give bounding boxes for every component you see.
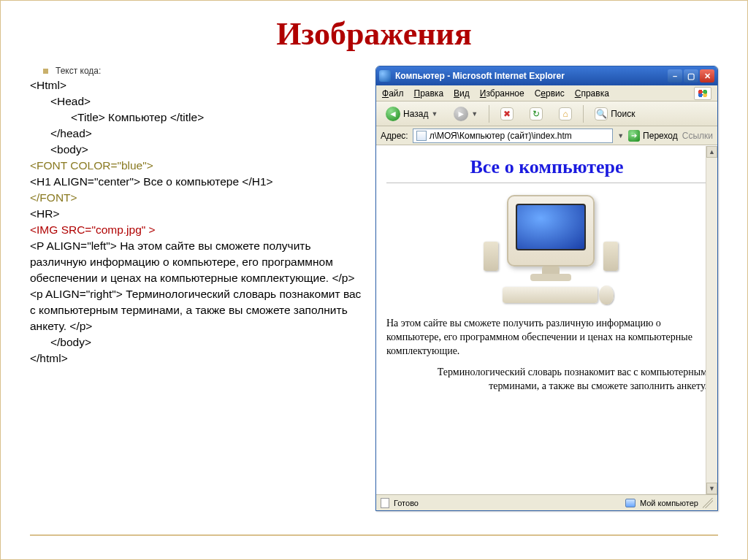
page-heading: Все о компьютере bbox=[386, 156, 707, 178]
computer-zone-icon bbox=[625, 499, 636, 507]
bullet-square-icon bbox=[43, 69, 48, 74]
search-button[interactable]: 🔍 Поиск bbox=[589, 104, 640, 123]
scroll-up-icon[interactable]: ▲ bbox=[706, 146, 717, 158]
code-line: <Html> bbox=[30, 77, 362, 93]
address-value: л\МОЯ\Компьютер (сайт)\index.htm bbox=[430, 131, 572, 141]
address-label: Адрес: bbox=[381, 131, 408, 141]
go-label: Переход bbox=[643, 131, 678, 141]
search-icon: 🔍 bbox=[595, 107, 608, 120]
slide-title: Изображения bbox=[30, 15, 718, 53]
code-line: <FONT COLOR="blue"> bbox=[30, 158, 362, 174]
toolbar: ◄ Назад ▼ ► ▼ ✖ ↻ ⌂ 🔍 Поиск bbox=[376, 101, 717, 126]
search-label: Поиск bbox=[611, 109, 635, 119]
address-input[interactable]: л\МОЯ\Компьютер (сайт)\index.htm bbox=[413, 129, 613, 143]
scrollbar[interactable]: ▲ ▼ bbox=[706, 146, 717, 494]
code-line: <IMG SRC="comp.jpg" > bbox=[30, 222, 362, 238]
status-zone: Мой компьютер bbox=[640, 499, 698, 507]
code-line: </html> bbox=[30, 350, 362, 367]
separator bbox=[489, 105, 489, 123]
scroll-down-icon[interactable]: ▼ bbox=[706, 483, 717, 494]
speaker-icon bbox=[603, 242, 618, 271]
page-viewport: Все о компьютере На этом сайте вы сможет… bbox=[376, 145, 717, 494]
close-button[interactable]: ✕ bbox=[700, 69, 714, 83]
forward-button[interactable]: ► ▼ bbox=[449, 104, 483, 124]
refresh-icon: ↻ bbox=[530, 107, 543, 120]
minimize-button[interactable]: – bbox=[668, 69, 682, 83]
menu-bar: Файл Правка Вид Избранное Сервис Справка bbox=[376, 85, 717, 101]
window-buttons: – ▢ ✕ bbox=[668, 69, 714, 83]
code-line: <HR> bbox=[30, 206, 362, 222]
code-line: <P ALIGN="left"> На этом сайте вы сможет… bbox=[30, 238, 362, 286]
separator bbox=[583, 105, 584, 123]
refresh-button[interactable]: ↻ bbox=[524, 104, 548, 123]
maximize-button[interactable]: ▢ bbox=[684, 69, 698, 83]
code-line: </head> bbox=[30, 126, 362, 142]
bullet-label: Текст кода: bbox=[56, 66, 101, 76]
code-line: <body> bbox=[30, 142, 362, 158]
ie-window: Компьютер - Microsoft Internet Explorer … bbox=[375, 66, 718, 511]
address-bar: Адрес: л\МОЯ\Компьютер (сайт)\index.htm … bbox=[376, 126, 717, 145]
computer-image bbox=[386, 191, 707, 310]
back-icon: ◄ bbox=[386, 107, 400, 121]
status-ready: Готово bbox=[394, 499, 419, 507]
code-block: <Html> <Head> <Title> Компьютер </title>… bbox=[30, 77, 362, 367]
resize-grip-icon[interactable] bbox=[703, 498, 713, 508]
content-row: Текст кода: <Html> <Head> <Title> Компью… bbox=[30, 66, 718, 511]
code-line: </FONT> bbox=[30, 190, 362, 206]
document-icon bbox=[416, 131, 427, 141]
home-icon: ⌂ bbox=[559, 107, 572, 120]
page-hr bbox=[386, 183, 707, 183]
go-icon: ➔ bbox=[628, 130, 640, 142]
code-line: <H1 ALIGN="center"> Все о компьютере </H… bbox=[30, 174, 362, 190]
page-paragraph-left: На этом сайте вы сможете получить различ… bbox=[386, 317, 707, 358]
menu-help[interactable]: Справка bbox=[575, 88, 609, 99]
bullet: Текст кода: bbox=[43, 66, 362, 76]
keyboard-icon bbox=[503, 287, 598, 303]
stop-icon: ✖ bbox=[500, 107, 514, 120]
monitor-icon bbox=[507, 195, 595, 266]
mouse-icon bbox=[599, 285, 614, 304]
menu-tools[interactable]: Сервис bbox=[535, 88, 565, 99]
menu-view[interactable]: Вид bbox=[454, 88, 470, 99]
stop-button[interactable]: ✖ bbox=[495, 104, 519, 123]
code-line: </body> bbox=[30, 334, 362, 350]
home-button[interactable]: ⌂ bbox=[554, 104, 577, 123]
menu-edit[interactable]: Правка bbox=[414, 88, 444, 99]
chevron-down-icon[interactable]: ▼ bbox=[617, 132, 624, 139]
back-button[interactable]: ◄ Назад ▼ bbox=[381, 104, 443, 124]
code-column: Текст кода: <Html> <Head> <Title> Компью… bbox=[30, 66, 362, 511]
menu-file[interactable]: Файл bbox=[382, 88, 404, 99]
page-paragraph-right: Терминологический словарь познакомит вас… bbox=[386, 366, 707, 394]
speaker-icon bbox=[484, 242, 498, 271]
status-bar: Готово Мой компьютер bbox=[376, 494, 717, 510]
code-line: <Head> bbox=[30, 93, 362, 110]
code-line: <p ALIGN="right"> Терминологический слов… bbox=[30, 286, 362, 334]
back-label: Назад bbox=[403, 109, 428, 119]
chevron-down-icon: ▼ bbox=[431, 110, 438, 118]
slide: Изображения Текст кода: <Html> <Head> <T… bbox=[0, 0, 748, 560]
window-titlebar[interactable]: Компьютер - Microsoft Internet Explorer … bbox=[376, 66, 717, 85]
window-title: Компьютер - Microsoft Internet Explorer bbox=[395, 71, 668, 81]
browser-column: Компьютер - Microsoft Internet Explorer … bbox=[375, 66, 718, 511]
chevron-down-icon: ▼ bbox=[471, 110, 478, 118]
windows-flag-icon bbox=[694, 87, 711, 100]
menu-favorites[interactable]: Избранное bbox=[480, 88, 524, 99]
code-line: <Title> Компьютер </title> bbox=[30, 110, 362, 126]
forward-icon: ► bbox=[454, 107, 468, 121]
links-label[interactable]: Ссылки bbox=[682, 131, 713, 141]
go-button[interactable]: ➔ Переход bbox=[628, 130, 678, 142]
document-icon bbox=[381, 498, 389, 508]
ie-icon bbox=[379, 70, 391, 82]
